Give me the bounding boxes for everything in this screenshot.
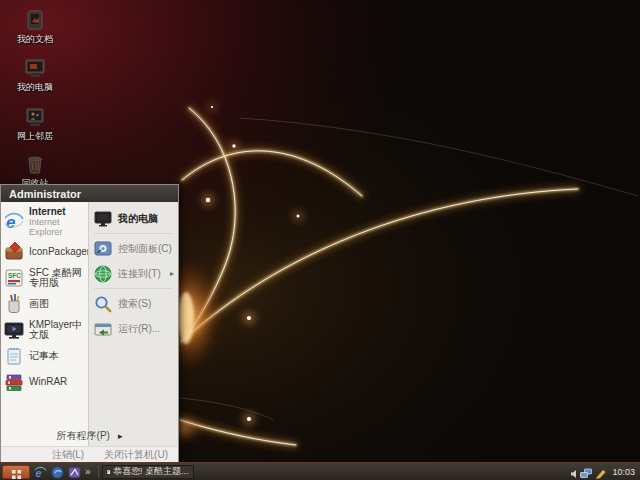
run-icon <box>93 319 113 339</box>
item-label: KMPlayer中文版 <box>29 320 86 340</box>
my-computer-icon <box>93 209 113 229</box>
item-label: IconPackager <box>29 247 90 257</box>
log-off-button[interactable]: 注销(L) <box>52 448 84 462</box>
item-label: 控制面板(C) <box>118 242 172 256</box>
connect-to-icon <box>93 264 113 284</box>
start-menu-item-sfc[interactable]: SFC SFC 桌酷网专用版 <box>1 265 88 291</box>
recycle-bin-icon <box>23 152 47 176</box>
start-menu-item-internet[interactable]: e Internet Internet Explorer <box>1 205 88 239</box>
all-programs-button[interactable]: 所有程序(P) ▸ <box>1 426 178 445</box>
kmplayer-icon <box>3 319 25 341</box>
desktop-icon-label: 我的电脑 <box>6 82 64 92</box>
control-panel-icon <box>93 239 113 259</box>
item-label: 搜索(S) <box>118 297 151 311</box>
start-menu-item-kmplayer[interactable]: KMPlayer中文版 <box>1 317 88 343</box>
desktop-icon-network-places[interactable]: 网上邻居 <box>6 105 64 141</box>
my-documents-icon <box>23 8 47 32</box>
task-button-label: 恭喜您! 桌酷主题... <box>113 465 189 478</box>
desktop-icon-label: 网上邻居 <box>6 131 64 141</box>
start-menu-item-notepad[interactable]: 记事本 <box>1 343 88 369</box>
start-menu-pinned-list: e Internet Internet Explorer IconPackage… <box>1 202 88 446</box>
desktop-icon-my-computer[interactable]: 我的电脑 <box>6 56 64 92</box>
volume-icon[interactable] <box>570 466 577 478</box>
sfc-icon: SFC <box>3 267 25 289</box>
start-logo-icon <box>11 466 22 477</box>
paint-icon <box>3 293 25 315</box>
browser-page-icon: e <box>107 466 110 477</box>
item-label: SFC 桌酷网专用版 <box>29 268 86 288</box>
item-label: 我的电脑 <box>118 212 158 226</box>
item-sublabel: Internet Explorer <box>29 217 86 237</box>
separator <box>94 288 173 289</box>
network-status-icon[interactable] <box>580 466 592 478</box>
item-label: 运行(R)... <box>118 322 160 336</box>
start-menu-item-search[interactable]: 搜索(S) <box>89 291 178 316</box>
start-menu-item-run[interactable]: 运行(R)... <box>89 316 178 341</box>
start-menu-item-control-panel[interactable]: 控制面板(C) <box>89 236 178 261</box>
internet-explorer-icon[interactable]: e <box>34 465 47 478</box>
network-places-icon <box>23 105 47 129</box>
desktop-icon-my-documents[interactable]: 我的文档 <box>6 8 64 44</box>
start-menu-item-connect-to[interactable]: 连接到(T) ▸ <box>89 261 178 286</box>
start-menu-item-paint[interactable]: 画图 <box>1 291 88 317</box>
start-menu-item-iconpackager[interactable]: IconPackager <box>1 239 88 265</box>
iconpackager-icon <box>3 241 25 263</box>
all-programs-arrow-icon: ▸ <box>118 431 123 441</box>
quick-launch-overflow-chevron[interactable]: » <box>85 467 91 477</box>
internet-explorer-icon: e <box>3 211 25 233</box>
start-button[interactable] <box>2 465 30 479</box>
item-label: Internet <box>29 207 86 217</box>
taskbar-divider <box>98 466 99 478</box>
my-computer-icon <box>23 56 47 80</box>
taskbar: e » e 恭喜您! 桌酷主题... 10:03 <box>0 462 640 480</box>
start-menu-item-my-computer[interactable]: 我的电脑 <box>89 206 178 231</box>
start-menu-places-list: 我的电脑 控制面板(C) 连接到(T) ▸ <box>88 202 178 446</box>
desktop-icon-recycle-bin[interactable]: 回收站 <box>6 152 64 188</box>
msn-icon[interactable] <box>68 465 81 478</box>
start-menu-user-banner: Administrator <box>1 185 178 202</box>
media-player-icon[interactable] <box>51 465 64 478</box>
system-tray: 10:03 <box>570 466 640 478</box>
start-menu-item-winrar[interactable]: WinRAR <box>1 369 88 395</box>
taskbar-clock[interactable]: 10:03 <box>612 467 635 477</box>
task-button-zhuoku-theme[interactable]: e 恭喜您! 桌酷主题... <box>102 465 194 479</box>
submenu-arrow-icon: ▸ <box>170 269 174 278</box>
quick-launch-bar: e » <box>34 465 95 478</box>
desktop-icon-label: 我的文档 <box>6 34 64 44</box>
notepad-icon <box>3 345 25 367</box>
user-name: Administrator <box>9 188 81 200</box>
separator <box>94 233 173 234</box>
item-label: 画图 <box>29 299 49 309</box>
item-label: 连接到(T) <box>118 267 161 281</box>
all-programs-label: 所有程序(P) <box>57 429 110 443</box>
input-method-icon[interactable] <box>595 466 607 478</box>
svg-text:SFC: SFC <box>8 272 21 279</box>
item-label: WinRAR <box>29 377 67 387</box>
start-menu: Administrator e Internet Internet Explor… <box>0 184 179 463</box>
shutdown-button[interactable]: 关闭计算机(U) <box>104 448 168 462</box>
winrar-icon <box>3 371 25 393</box>
search-icon <box>93 294 113 314</box>
start-menu-footer: 注销(L) 关闭计算机(U) <box>1 446 178 462</box>
item-label: 记事本 <box>29 351 59 361</box>
